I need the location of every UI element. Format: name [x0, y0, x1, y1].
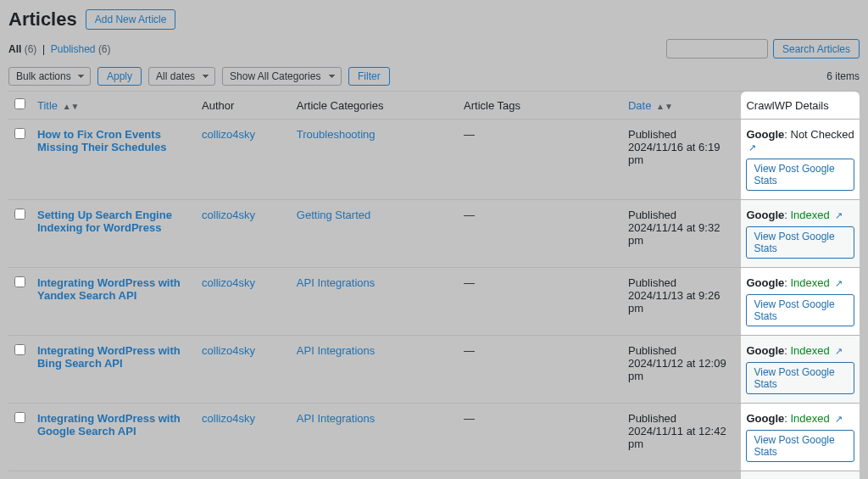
status-all-link[interactable]: All	[8, 43, 21, 55]
crawlwp-cell: Google: Indexed ↗ View Post Google Stats	[741, 336, 860, 404]
date-cell: Published2024/11/13 at 9:26 pm	[623, 268, 742, 336]
crawlwp-cell: Google: Indexed ↗ View Post Google Stats	[741, 200, 860, 268]
date-cell: Published2024/11/14 at 9:32 pm	[623, 200, 742, 268]
row-checkbox[interactable]	[14, 128, 25, 139]
google-status[interactable]: Indexed	[791, 412, 830, 425]
column-header-title[interactable]: Title ▲▼	[32, 92, 197, 120]
date-cell: Published2024/11/12 at 12:09 pm	[623, 336, 742, 404]
crawlwp-cell: Google: Not Checked ↗ View Post Google S…	[741, 120, 860, 200]
google-status[interactable]: Indexed	[791, 344, 830, 357]
tags-cell: —	[459, 268, 623, 336]
column-header-tags: Article Tags	[459, 92, 623, 120]
crawlwp-cell: Google: Indexed ↗ View Post Google Stats	[741, 404, 860, 471]
sort-icon: ▲▼	[63, 102, 80, 111]
category-link[interactable]: Troubleshooting	[297, 128, 376, 141]
view-stats-button[interactable]: View Post Google Stats	[746, 362, 854, 394]
crawlwp-cell: Google: Indexed ↗ View Post Google Stats	[741, 268, 860, 336]
table-row: Integrating WordPress with Bing Search A…	[8, 336, 860, 404]
tags-cell: —	[459, 471, 623, 480]
table-row: How to Fix Cron Events Missing Their Sch…	[8, 120, 860, 200]
view-stats-button[interactable]: View Post Google Stats	[746, 159, 854, 191]
date-cell: Published2024/10/31 at 5:17 pm	[623, 471, 742, 480]
search-button[interactable]: Search Articles	[773, 39, 860, 58]
article-title-link[interactable]: Integrating WordPress with Google Search…	[37, 412, 181, 437]
tags-cell: —	[459, 200, 623, 268]
filter-button[interactable]: Filter	[348, 67, 390, 86]
category-link[interactable]: API Integrations	[297, 276, 376, 289]
items-count-label: 6 items	[826, 70, 860, 82]
row-checkbox[interactable]	[14, 276, 25, 287]
view-stats-button[interactable]: View Post Google Stats	[746, 430, 854, 462]
tags-cell: —	[459, 404, 623, 471]
google-status[interactable]: Indexed	[791, 209, 830, 221]
category-link[interactable]: API Integrations	[297, 344, 376, 357]
author-link[interactable]: collizo4sky	[202, 128, 255, 141]
status-filter-links: All (6) | Published (6)	[8, 43, 111, 55]
date-cell: Published2024/11/11 at 12:42 pm	[623, 404, 742, 471]
google-label: Google	[746, 412, 784, 425]
google-status[interactable]: Not Checked	[791, 128, 854, 141]
status-published-link[interactable]: Published	[51, 43, 96, 55]
tags-cell: —	[459, 336, 623, 404]
date-cell: Published2024/11/16 at 6:19 pm	[623, 120, 742, 200]
row-checkbox[interactable]	[14, 209, 25, 220]
select-all-checkbox[interactable]	[14, 98, 25, 109]
view-stats-button[interactable]: View Post Google Stats	[746, 294, 854, 326]
search-input[interactable]	[666, 39, 768, 58]
external-link-icon[interactable]: ↗	[835, 278, 843, 288]
column-header-author: Author	[197, 92, 292, 120]
column-header-crawlwp: CrawlWP Details	[741, 92, 860, 120]
category-link[interactable]: API Integrations	[297, 412, 376, 425]
google-label: Google	[746, 276, 784, 289]
table-row: How to Install & Activate CrawlWP Plugin…	[8, 471, 860, 480]
dates-select[interactable]: All dates	[148, 67, 215, 86]
status-published-count: (6)	[98, 43, 111, 55]
sort-icon: ▲▼	[656, 102, 673, 111]
table-row: Integrating WordPress with Google Search…	[8, 404, 860, 471]
external-link-icon[interactable]: ↗	[835, 346, 843, 356]
article-title-link[interactable]: Integrating WordPress with Yandex Search…	[37, 276, 181, 302]
external-link-icon[interactable]: ↗	[748, 142, 756, 153]
column-header-categories: Article Categories	[292, 92, 459, 120]
apply-button[interactable]: Apply	[97, 67, 142, 86]
categories-select[interactable]: Show All Categories	[222, 67, 342, 86]
author-link[interactable]: collizo4sky	[202, 344, 255, 357]
page-title: Articles	[8, 8, 77, 31]
column-header-date[interactable]: Date ▲▼	[623, 92, 742, 120]
google-label: Google	[746, 128, 784, 141]
category-link[interactable]: Getting Started	[297, 209, 370, 221]
row-checkbox[interactable]	[14, 412, 25, 423]
article-title-link[interactable]: How to Fix Cron Events Missing Their Sch…	[37, 128, 166, 153]
author-link[interactable]: collizo4sky	[202, 209, 255, 221]
table-row: Integrating WordPress with Yandex Search…	[8, 268, 860, 336]
status-all-count: (6)	[25, 43, 37, 55]
author-link[interactable]: collizo4sky	[202, 412, 255, 425]
google-label: Google	[746, 209, 784, 221]
tags-cell: —	[459, 120, 623, 200]
table-row: Setting Up Search Engine Indexing for Wo…	[8, 200, 860, 268]
article-title-link[interactable]: Setting Up Search Engine Indexing for Wo…	[37, 209, 172, 234]
google-status[interactable]: Indexed	[791, 276, 830, 289]
row-checkbox[interactable]	[14, 344, 25, 355]
article-title-link[interactable]: Integrating WordPress with Bing Search A…	[37, 344, 181, 370]
external-link-icon[interactable]: ↗	[835, 414, 843, 424]
view-stats-button[interactable]: View Post Google Stats	[746, 226, 854, 259]
google-label: Google	[746, 344, 784, 357]
external-link-icon[interactable]: ↗	[835, 210, 843, 220]
author-link[interactable]: collizo4sky	[202, 276, 255, 289]
bulk-actions-select[interactable]: Bulk actions	[8, 67, 91, 86]
crawlwp-cell: Google: Indexed ↗ View Post Google Stats	[741, 471, 860, 480]
add-new-article-button[interactable]: Add New Article	[86, 9, 176, 30]
